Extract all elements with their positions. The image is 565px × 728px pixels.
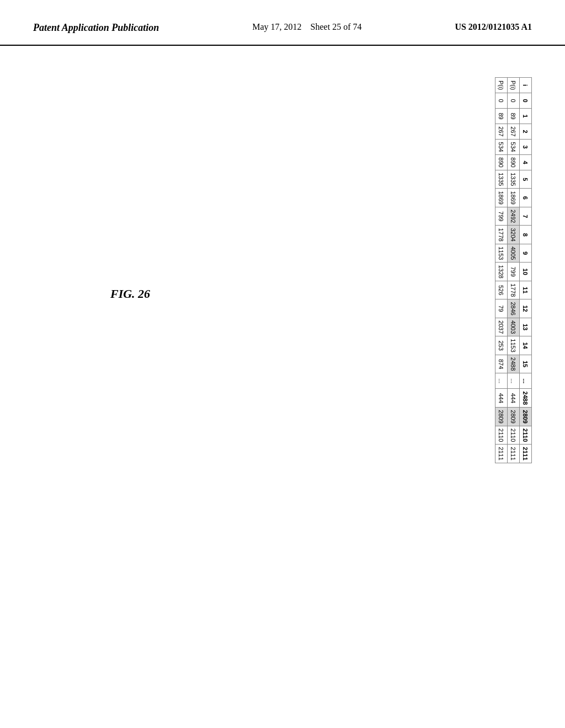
table-row: P(i) 0 89 267 534 890 1335 1869 2492 320… — [508, 78, 520, 463]
row1-val-12: 2846 — [508, 299, 520, 318]
row1-val-3: 534 — [508, 140, 520, 155]
row1-val-7: 2492 — [508, 207, 520, 225]
col-0: 0 — [520, 93, 532, 109]
col-2809: 2809 — [520, 408, 532, 426]
row1-val-2111: 2111 — [508, 445, 520, 463]
col-8: 8 — [520, 226, 532, 244]
figure-label: FIG. 26 — [110, 287, 150, 301]
col-6: 6 — [520, 189, 532, 207]
row2-val-13: 2037 — [495, 318, 508, 336]
table-row: P(i) 0 89 267 534 890 1335 1869 799 1778… — [495, 78, 508, 463]
row1-val-14: 1153 — [508, 336, 520, 355]
col-11: 11 — [520, 281, 532, 299]
publication-date: May 17, 2012 — [252, 22, 301, 31]
row2-val-5: 1335 — [495, 170, 508, 189]
row2-val-ell: ... — [495, 373, 508, 389]
col-2: 2 — [520, 124, 532, 140]
row1-val-2: 267 — [508, 124, 520, 140]
row2-val-2809: 2809 — [495, 408, 508, 426]
sheet-info: Sheet 25 of 74 — [311, 22, 362, 31]
row1-val-2488: 444 — [508, 389, 520, 408]
data-table: i 0 1 2 3 4 5 6 7 8 9 10 11 12 13 14 15 — [495, 77, 532, 463]
row2-val-3: 534 — [495, 140, 508, 155]
row2-val-2111: 2111 — [495, 445, 508, 463]
row2-val-4: 890 — [495, 155, 508, 170]
row2-val-9: 1153 — [495, 244, 508, 262]
row2-val-10: 1328 — [495, 263, 508, 281]
col-5: 5 — [520, 170, 532, 189]
row1-val-15: 2488 — [508, 355, 520, 373]
row2-val-2110: 2110 — [495, 426, 508, 444]
row1-label: P(i) — [508, 78, 520, 93]
col-4: 4 — [520, 155, 532, 170]
row1-val-4: 890 — [508, 155, 520, 170]
row2-val-0: 0 — [495, 93, 508, 109]
col-10: 10 — [520, 263, 532, 281]
row1-val-10: 799 — [508, 263, 520, 281]
publication-title: Patent Application Publication — [33, 22, 159, 34]
publication-number: US 2012/0121035 A1 — [455, 22, 532, 32]
col-ellipsis: ... — [520, 373, 532, 389]
col-2110: 2110 — [520, 426, 532, 444]
col-2111: 2111 — [520, 445, 532, 463]
col-7: 7 — [520, 207, 532, 225]
publication-date-sheet: May 17, 2012 Sheet 25 of 74 — [252, 22, 361, 32]
row2-val-8: 1778 — [495, 226, 508, 244]
row1-val-ell: ... — [508, 373, 520, 389]
row1-val-6: 1869 — [508, 189, 520, 207]
row2-val-11: 526 — [495, 281, 508, 299]
row2-val-2488: 444 — [495, 389, 508, 408]
col-12: 12 — [520, 299, 532, 318]
row2-val-1: 89 — [495, 109, 508, 124]
col-9: 9 — [520, 244, 532, 262]
row1-val-2809: 2809 — [508, 408, 520, 426]
table-header-row: i 0 1 2 3 4 5 6 7 8 9 10 11 12 13 14 15 — [520, 78, 532, 463]
col-15: 15 — [520, 355, 532, 373]
row1-val-8: 3204 — [508, 226, 520, 244]
col-14: 14 — [520, 336, 532, 355]
row1-val-9: 4005 — [508, 244, 520, 262]
col-13: 13 — [520, 318, 532, 336]
row2-val-15: 874 — [495, 355, 508, 373]
col-i: i — [520, 78, 532, 93]
row2-val-6: 1869 — [495, 189, 508, 207]
row1-val-13: 4003 — [508, 318, 520, 336]
row1-val-5: 1335 — [508, 170, 520, 189]
col-3: 3 — [520, 140, 532, 155]
row1-val-2110: 2110 — [508, 426, 520, 444]
row2-label: P(i) — [495, 78, 508, 93]
col-2488: 2488 — [520, 389, 532, 408]
row2-val-12: 79 — [495, 299, 508, 318]
row1-val-11: 1778 — [508, 281, 520, 299]
table-rotated: i 0 1 2 3 4 5 6 7 8 9 10 11 12 13 14 15 — [495, 77, 532, 463]
row2-val-7: 799 — [495, 207, 508, 225]
row2-val-2: 267 — [495, 124, 508, 140]
row1-val-0: 0 — [508, 93, 520, 109]
page-header: Patent Application Publication May 17, 2… — [0, 0, 565, 46]
row2-val-14: 253 — [495, 336, 508, 355]
col-1: 1 — [520, 109, 532, 124]
row1-val-1: 89 — [508, 109, 520, 124]
